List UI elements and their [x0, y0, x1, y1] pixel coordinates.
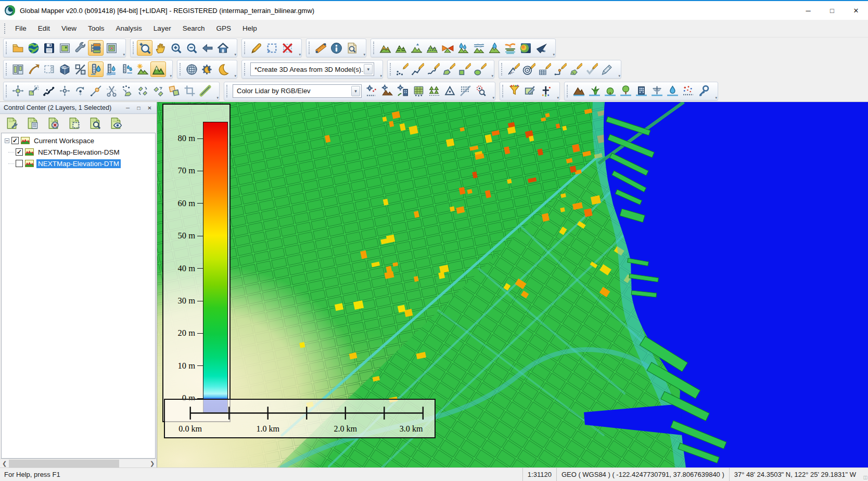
menu-view[interactable]: View	[56, 22, 82, 35]
panel-close-button[interactable]: ✕	[145, 104, 155, 112]
tree-item[interactable]: NEXTMap-Elevation-DTM	[2, 158, 155, 169]
save-button[interactable]	[41, 40, 57, 56]
toolbar-overflow-icon[interactable]: ▾	[491, 74, 493, 78]
lidar-toolbar[interactable]: Color Lidar by RGB/Elev▾	[233, 84, 362, 98]
attribute-grid-button[interactable]	[537, 61, 552, 77]
classify-noise-button[interactable]	[680, 83, 696, 99]
toolbar-overflow-icon[interactable]: ▾	[492, 96, 494, 99]
layer-checkbox[interactable]: ✓	[11, 137, 19, 144]
night-mode-button[interactable]	[215, 61, 231, 77]
toolbar-overflow-icon[interactable]: ▾	[618, 74, 620, 78]
measure-angle-button[interactable]: X°	[505, 61, 521, 77]
world-button[interactable]	[25, 40, 41, 56]
close-button[interactable]: ✕	[844, 1, 868, 20]
copy-feature-button[interactable]	[166, 83, 182, 99]
full-view-button[interactable]	[215, 40, 231, 56]
toolbar-grip[interactable]	[244, 42, 245, 54]
toolbar-overflow-icon[interactable]: ▾	[363, 53, 365, 56]
toolbar-overflow-icon[interactable]: ▾	[557, 96, 559, 99]
check-tool-button[interactable]	[583, 61, 599, 77]
layer-search-button[interactable]	[87, 116, 103, 131]
scroll-right-arrow-icon[interactable]: ❯	[148, 459, 157, 468]
toolbar-grip[interactable]	[390, 63, 391, 75]
measure-button[interactable]	[313, 40, 328, 56]
filter-lidar-button[interactable]	[506, 83, 522, 99]
toolbar-overflow-icon[interactable]: ▾	[234, 74, 236, 78]
snap-vertex-button[interactable]	[88, 83, 104, 99]
menu-analysis[interactable]: Analysis	[110, 22, 148, 35]
close-layer-button[interactable]	[46, 116, 61, 131]
compare-panels-button[interactable]	[10, 61, 25, 77]
pan-button[interactable]	[152, 40, 168, 56]
contour-lines-button[interactable]	[471, 40, 487, 56]
classify-ground-button[interactable]	[571, 83, 586, 99]
layer-checkbox[interactable]	[16, 160, 23, 167]
crop-areas-button[interactable]	[182, 83, 197, 99]
scrollbar-thumb[interactable]	[9, 460, 119, 467]
water-rise-button[interactable]	[104, 61, 119, 77]
terrain-ridge-button[interactable]	[424, 40, 440, 56]
paint-area-button[interactable]	[568, 61, 583, 77]
menu-gps[interactable]: GPS	[210, 22, 237, 35]
cut-feature-button[interactable]	[104, 83, 119, 99]
toolbar-overflow-icon[interactable]: ▾	[715, 96, 717, 99]
points-to-area-button[interactable]	[119, 83, 135, 99]
tools-button[interactable]	[72, 40, 88, 56]
range-rings-button[interactable]	[521, 61, 537, 77]
layer-metadata-button[interactable]	[25, 116, 41, 131]
path-profile-button[interactable]	[88, 61, 104, 77]
scrollbar-track[interactable]	[9, 459, 148, 468]
tree-expander-icon[interactable]	[5, 138, 9, 143]
draw-freehand-button[interactable]	[425, 61, 441, 77]
create-3d-combo[interactable]: *Create 3D Areas from 3D Model(s)...▾	[250, 62, 374, 76]
lidar-classify-ground-button[interactable]	[379, 83, 395, 99]
terrain-layers-button[interactable]	[393, 40, 409, 56]
layer-options-button[interactable]	[4, 116, 20, 131]
menu-help[interactable]: Help	[237, 22, 263, 35]
toolbar-grip[interactable]	[309, 42, 310, 54]
menu-search[interactable]: Search	[177, 22, 211, 35]
zoom-to-layer-button[interactable]	[67, 116, 82, 131]
digitizer-button[interactable]	[248, 40, 264, 56]
menu-edit[interactable]: Edit	[32, 22, 56, 35]
toolbar-overflow-icon[interactable]: ▾	[380, 74, 382, 78]
move-point-button[interactable]	[57, 83, 72, 99]
web-globe-button[interactable]	[184, 61, 199, 77]
minimize-button[interactable]: ─	[796, 1, 820, 20]
classify-building-button[interactable]	[633, 83, 649, 99]
overlay-control-button[interactable]	[104, 40, 119, 56]
toolbar-grip[interactable]	[502, 85, 503, 97]
create-elevation-grid-button[interactable]	[377, 40, 393, 56]
flatten-terrain-button[interactable]	[502, 40, 518, 56]
control-center-titlebar[interactable]: Control Center (2 Layers, 1 Selected) ─□…	[0, 102, 157, 114]
move-feature-button[interactable]	[10, 83, 25, 99]
select-features-button[interactable]	[264, 40, 279, 56]
toolbar-grip[interactable]	[6, 63, 7, 75]
toolbar-grip[interactable]	[226, 85, 227, 97]
toolbar-overflow-icon[interactable]: ▾	[123, 53, 125, 56]
terrain-peak-button[interactable]	[409, 40, 424, 56]
fly-through-button[interactable]	[533, 40, 549, 56]
lidar-edit-colors-button[interactable]	[522, 83, 538, 99]
draw-area-button[interactable]	[441, 61, 456, 77]
draw-line-button[interactable]	[410, 61, 425, 77]
layer-label[interactable]: Current Workspace	[32, 136, 96, 145]
lidar-classify-points-button[interactable]	[364, 83, 379, 99]
toolbar-grip[interactable]	[501, 63, 502, 75]
config-moon-button[interactable]	[199, 61, 215, 77]
tree-item[interactable]: ✓ Current Workspace	[2, 135, 155, 146]
reshape-feature-button[interactable]	[41, 83, 57, 99]
sun-terrain-button[interactable]	[135, 61, 150, 77]
toolbar-overflow-icon[interactable]: ▾	[216, 96, 219, 99]
maximize-button[interactable]: □	[820, 1, 844, 20]
toolbar-overflow-icon[interactable]: ▾	[234, 53, 236, 56]
panel-minimize-button[interactable]: ─	[123, 104, 133, 112]
edit-feature-button[interactable]	[599, 61, 615, 77]
zoom-rect-button[interactable]	[137, 40, 152, 56]
clear-selected-button[interactable]	[279, 40, 295, 56]
layer-checkbox[interactable]: ✓	[16, 148, 23, 156]
draw-ellipse-button[interactable]	[472, 61, 488, 77]
toolbar-overflow-icon[interactable]: ▾	[299, 53, 301, 56]
lidar-triangulate-button[interactable]	[442, 83, 457, 99]
rotate-areas-button[interactable]	[135, 83, 150, 99]
